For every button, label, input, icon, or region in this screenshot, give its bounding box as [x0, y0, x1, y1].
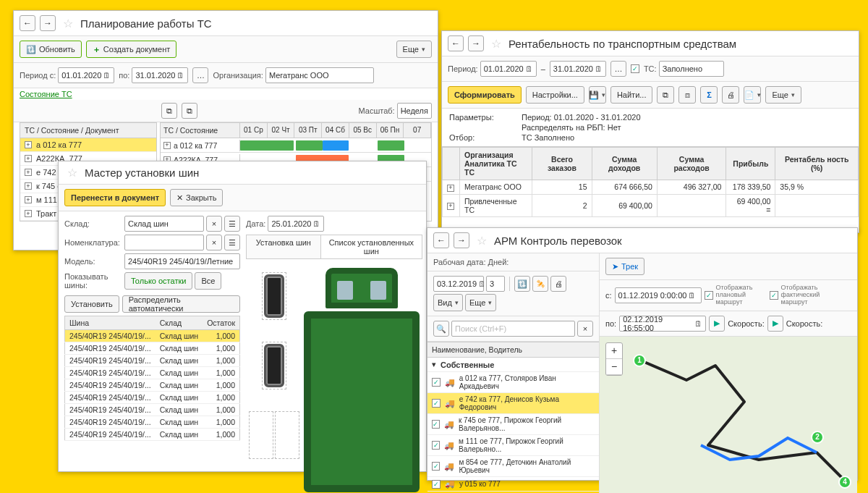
- org-input[interactable]: Мегатранс ООО: [265, 67, 374, 83]
- nav-back-button[interactable]: ←: [448, 35, 464, 51]
- nav-fwd-button[interactable]: →: [454, 232, 469, 248]
- vehicle-row[interactable]: ✓🚚е 742 ка 777, Денисов Кузьма Федорович: [427, 393, 599, 414]
- workdate-input[interactable]: 03.12.2019🗓: [433, 276, 484, 292]
- expand-icon[interactable]: +: [25, 169, 32, 176]
- tire-row[interactable]: 245/40R19 245/40/19/...Склад шин1,000: [65, 367, 240, 379]
- tire-row[interactable]: 245/40R19 245/40/19/...Склад шин1,000: [65, 342, 240, 355]
- expand-icon[interactable]: +: [25, 196, 32, 203]
- tire-row[interactable]: 245/40R19 245/40/19/...Склад шин1,000: [65, 416, 240, 429]
- expand-icon[interactable]: +: [25, 141, 32, 148]
- open-button[interactable]: ☰: [224, 235, 240, 250]
- gantt-tool-button[interactable]: ⧉: [161, 103, 177, 119]
- favorite-star-icon[interactable]: ☆: [491, 37, 501, 51]
- gantt-bar[interactable]: [296, 140, 323, 151]
- favorite-star-icon[interactable]: ☆: [477, 234, 487, 248]
- tire-slot[interactable]: [262, 342, 286, 389]
- vehicle-row[interactable]: ✓🚚у 015 ко 777: [427, 477, 599, 492]
- play-button[interactable]: ▶: [767, 316, 783, 332]
- nav-fwd-button[interactable]: →: [40, 15, 56, 31]
- period-picker-button[interactable]: …: [192, 67, 208, 83]
- profit-to-input[interactable]: 31.01.2020🗓: [550, 61, 606, 77]
- search-input[interactable]: Поиск (Ctrl+F): [451, 321, 575, 337]
- clear-search-button[interactable]: ×: [577, 321, 593, 337]
- to-document-button[interactable]: Перенести в документ: [64, 189, 166, 206]
- favorite-star-icon[interactable]: ☆: [63, 17, 73, 30]
- nav-back-button[interactable]: ←: [20, 15, 35, 31]
- orange-location-icon[interactable]: 🛰: [532, 276, 548, 292]
- close-button[interactable]: ✕ Закрыть: [170, 189, 223, 206]
- open-button[interactable]: ☰: [224, 216, 240, 232]
- gantt-tool-button[interactable]: ⧉: [182, 103, 197, 119]
- more-button[interactable]: Еще: [465, 294, 496, 311]
- ts-filter-checkbox[interactable]: ✓: [631, 64, 639, 73]
- period-from-input[interactable]: 01.01.2020🗓: [58, 67, 114, 83]
- print-icon[interactable]: 🖨: [550, 276, 566, 292]
- vehicle-row[interactable]: ✓🚚а 012 ка 777, Столяров Иван Аркадьевич: [427, 372, 599, 393]
- expand-icon[interactable]: +: [447, 185, 454, 192]
- all-toggle[interactable]: Все: [195, 272, 221, 290]
- group-own[interactable]: ▾Собственные: [427, 358, 599, 372]
- install-button[interactable]: Установить: [64, 295, 119, 313]
- track-to-input[interactable]: 02.12.2019 16:55:00🗓: [619, 316, 706, 332]
- tire-row[interactable]: 245/40R19 245/40/19/...Склад шин1,000: [65, 355, 240, 367]
- gantt-bar[interactable]: [323, 140, 349, 151]
- save-variant-button[interactable]: 💾: [589, 86, 606, 104]
- gantt-bar[interactable]: [378, 140, 404, 151]
- period-picker-button[interactable]: …: [610, 61, 626, 77]
- clear-button[interactable]: ×: [206, 216, 222, 232]
- tire-row[interactable]: 245/40R19 245/40/19/...Склад шин1,000: [65, 379, 240, 392]
- nav-back-button[interactable]: ←: [433, 232, 449, 248]
- tire-slot[interactable]: [249, 411, 273, 459]
- tree-row[interactable]: +а 012 ка 777: [20, 138, 156, 152]
- nav-fwd-button[interactable]: →: [468, 35, 484, 51]
- show-plan-checkbox[interactable]: ✓: [705, 291, 713, 300]
- vehicle-checkbox[interactable]: ✓: [432, 462, 440, 471]
- find-button[interactable]: Найти...: [610, 86, 653, 104]
- track-button[interactable]: ➤ Трек: [605, 258, 644, 275]
- vehicle-row[interactable]: ✓🚚м 854 ое 777, Деточкин Анатолий Юрьеви…: [427, 456, 599, 477]
- warehouse-input[interactable]: Склад шин: [124, 216, 204, 232]
- more-button[interactable]: Еще: [765, 86, 801, 104]
- expand-icon[interactable]: +: [25, 210, 32, 217]
- auto-distribute-button[interactable]: Распределить автоматически: [122, 295, 240, 313]
- clear-button[interactable]: ×: [206, 235, 222, 250]
- gantt-bar[interactable]: [240, 140, 294, 151]
- nomen-input[interactable]: [124, 235, 204, 250]
- state-link[interactable]: Состояние ТС: [14, 88, 438, 100]
- vehicle-row[interactable]: ✓🚚к 745 ое 777, Пирожок Георгий Валерьян…: [427, 414, 599, 435]
- date-input[interactable]: 25.01.2020🗓: [268, 216, 324, 232]
- run-report-button[interactable]: Сформировать: [448, 86, 522, 104]
- vehicle-checkbox[interactable]: ✓: [432, 441, 440, 450]
- favorite-star-icon[interactable]: ☆: [67, 166, 77, 180]
- filter-icon[interactable]: 🔍: [433, 321, 449, 337]
- ts-filter-input[interactable]: Заполнено: [659, 61, 724, 77]
- tab-install[interactable]: Установка шин: [247, 235, 321, 258]
- collapse-button[interactable]: ⧈: [678, 86, 696, 104]
- period-to-input[interactable]: 31.01.2020🗓: [132, 67, 188, 83]
- settings-button[interactable]: Настройки...: [526, 86, 584, 104]
- track-from-input[interactable]: 01.12.2019 0:00:00🗓: [615, 287, 702, 303]
- map[interactable]: 1 2 4 + − 20 km Leaflet | Map data © Ope…: [600, 337, 857, 493]
- profit-row[interactable]: +Привлеченные ТС269 400,0069 400,00 =: [443, 194, 859, 216]
- view-button[interactable]: Вид: [433, 294, 463, 311]
- tire-row[interactable]: 245/40R19 245/40/19/...Склад шин1,000: [65, 330, 240, 342]
- expand-icon[interactable]: +: [25, 182, 32, 190]
- vehicle-checkbox[interactable]: ✓: [432, 420, 440, 429]
- tire-row[interactable]: 245/40R19 245/40/19/...Склад шин1,000: [65, 392, 240, 404]
- tire-slot[interactable]: [275, 411, 299, 459]
- tire-row[interactable]: 245/40R19 245/40/19/...Склад шин1,000: [65, 404, 240, 416]
- more-button[interactable]: Еще: [396, 41, 432, 58]
- zoom-out-button[interactable]: −: [606, 359, 622, 375]
- vehicle-checkbox[interactable]: ✓: [432, 378, 441, 387]
- vehicle-checkbox[interactable]: ✓: [432, 480, 441, 489]
- tab-installed-list[interactable]: Список установленных шин: [321, 235, 422, 258]
- only-stock-toggle[interactable]: Только остатки: [124, 272, 192, 290]
- sum-button[interactable]: Σ: [700, 86, 718, 104]
- create-doc-button[interactable]: ＋Создать документ: [86, 41, 177, 58]
- tire-row[interactable]: 245/40R19 245/40/19/...Склад шин1,000: [65, 429, 240, 441]
- expand-button[interactable]: ⧉: [657, 86, 674, 104]
- print-button[interactable]: 🖨: [722, 86, 739, 104]
- profit-from-input[interactable]: 01.01.2020🗓: [480, 61, 537, 77]
- calendar-icon[interactable]: 🗓: [103, 71, 111, 80]
- profit-row[interactable]: +Мегатранс ООО15674 666,50496 327,00178 …: [443, 180, 859, 195]
